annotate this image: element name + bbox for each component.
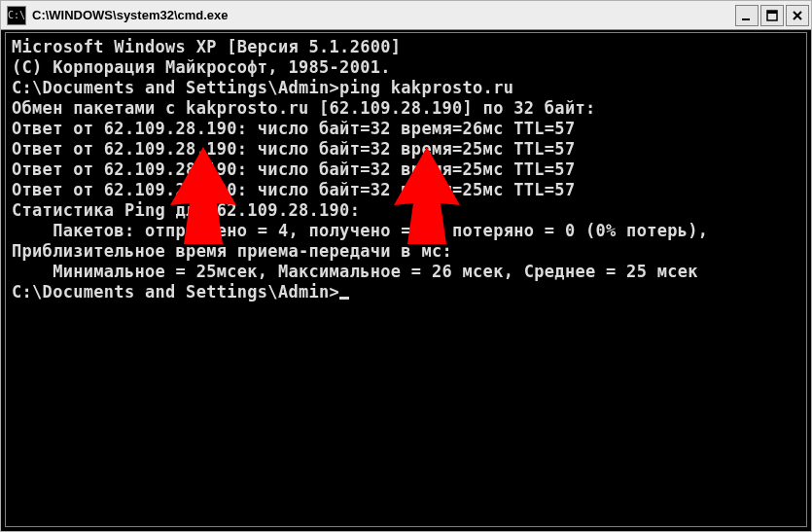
- app-icon-glyph: C:\: [8, 10, 25, 20]
- terminal-line: Приблизительное время приема-передачи в …: [12, 241, 800, 262]
- terminal-line: Пакетов: отправлено = 4, получено = 4, п…: [12, 221, 800, 241]
- terminal-line: Минимальное = 25мсек, Максимальное = 26 …: [12, 262, 800, 282]
- terminal-line: Ответ от 62.109.28.190: число байт=32 вр…: [12, 160, 800, 180]
- terminal-line: Microsoft Windows XP [Версия 5.1.2600]: [12, 37, 800, 57]
- terminal-line: C:\Documents and Settings\Admin>: [12, 282, 800, 302]
- terminal-line: Обмен пакетами с kakprosto.ru [62.109.28…: [12, 98, 800, 119]
- window-title: C:\WINDOWS\system32\cmd.exe: [32, 8, 735, 22]
- terminal-line: Статистика Ping для 62.109.28.190:: [12, 200, 800, 221]
- titlebar: C:\ C:\WINDOWS\system32\cmd.exe: [1, 1, 811, 30]
- cursor: [339, 297, 349, 300]
- maximize-button[interactable]: [760, 5, 784, 26]
- terminal-output: Microsoft Windows XP [Версия 5.1.2600](С…: [12, 37, 800, 302]
- window-controls: [735, 5, 809, 26]
- terminal-line: Ответ от 62.109.28.190: число байт=32 вр…: [12, 180, 800, 200]
- close-button[interactable]: [786, 5, 809, 26]
- svg-rect-2: [767, 11, 777, 14]
- terminal-line: Ответ от 62.109.28.190: число байт=32 вр…: [12, 119, 800, 139]
- terminal-line: C:\Documents and Settings\Admin>ping kak…: [12, 78, 800, 98]
- app-icon: C:\: [7, 6, 26, 25]
- cmd-window: C:\ C:\WINDOWS\system32\cmd.exe Microsof…: [0, 0, 812, 532]
- terminal-client-area[interactable]: Microsoft Windows XP [Версия 5.1.2600](С…: [5, 32, 807, 527]
- minimize-button[interactable]: [735, 5, 759, 26]
- terminal-line: (С) Корпорация Майкрософт, 1985-2001.: [12, 57, 800, 78]
- terminal-line: Ответ от 62.109.28.190: число байт=32 вр…: [12, 139, 800, 160]
- svg-rect-0: [742, 18, 750, 20]
